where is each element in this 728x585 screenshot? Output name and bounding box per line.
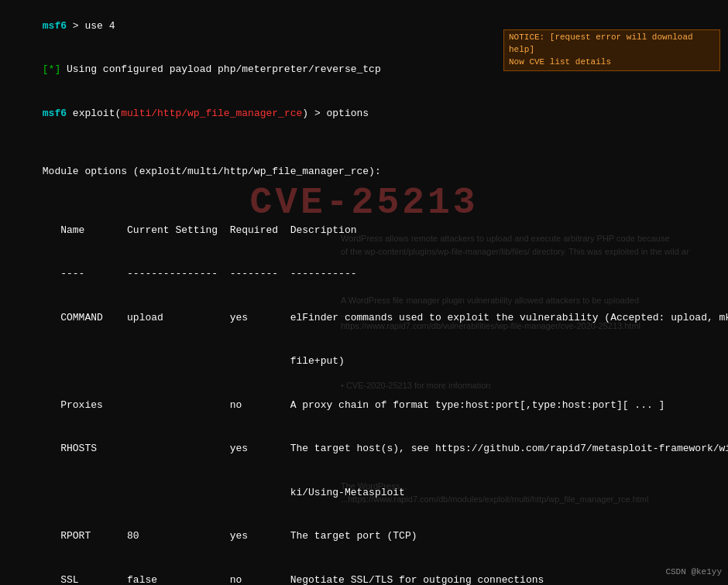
row-command: COMMAND upload yes elFinder commands use… — [6, 296, 722, 340]
prompt-msf: msf6 — [43, 20, 67, 32]
row-rport: RPORT 80 yes The target port (TCP) — [6, 515, 722, 559]
notice-line1: NOTICE: [request error will download hel… — [509, 32, 715, 56]
cmd-options: msf6 exploit(multi/http/wp_file_manager_… — [6, 92, 722, 136]
blank-1 — [6, 136, 722, 151]
row-command-cont: file+put) — [6, 340, 722, 384]
terminal-window: WordPress allows remote attackers to upl… — [0, 0, 728, 585]
row-proxies: Proxies no A proxy chain of format type:… — [6, 384, 722, 428]
notice-line2: Now CVE list details — [509, 56, 715, 69]
module-options-header: Module options (exploit/multi/http/wp_fi… — [6, 150, 722, 194]
row-rhosts-cont: ki/Using-Metasploit — [6, 471, 722, 515]
module-table-header: Name Current Setting Required Descriptio… — [6, 209, 722, 253]
csdn-watermark: CSDN @ke1yy — [665, 566, 722, 579]
prompt-msf-2: msf6 — [43, 108, 67, 119]
row-ssl: SSL false no Negotiate SSL/TLS for outgo… — [6, 559, 722, 585]
terminal-content: msf6 > use 4 [*] Using configured payloa… — [6, 5, 722, 585]
module-table-sep: ---- --------------- -------- ----------… — [6, 252, 722, 296]
row-rhosts: RHOSTS yes The target host(s), see https… — [6, 427, 722, 471]
blank-2 — [6, 194, 722, 209]
notice-box: NOTICE: [request error will download hel… — [503, 29, 720, 71]
